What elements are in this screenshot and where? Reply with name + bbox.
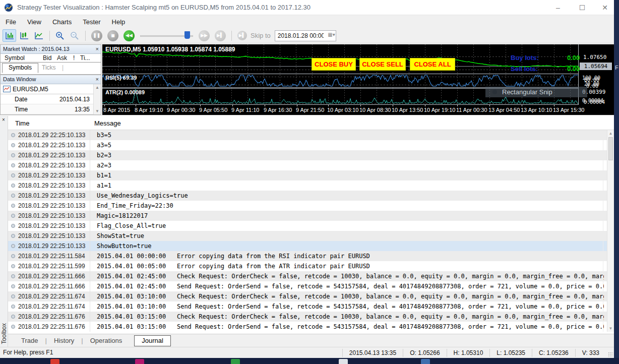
status-help-text: For Help, press F1 bbox=[3, 349, 53, 356]
calendar-dropdown-icon[interactable]: ▦▾ bbox=[328, 32, 335, 37]
chart-area[interactable]: EURUSD,M5 1.05910 1.05938 1.05874 1.0588… bbox=[102, 44, 614, 115]
taskbar-app-icon[interactable] bbox=[421, 359, 430, 364]
journal-row-time: 2018.01.29 22:25:10.133 bbox=[18, 202, 85, 209]
chart-bars-button[interactable] bbox=[3, 29, 16, 42]
scroll-down-icon[interactable]: ▼ bbox=[94, 109, 101, 113]
taskbar-app-icon[interactable] bbox=[339, 359, 348, 364]
data-window-close-icon[interactable]: × bbox=[96, 75, 99, 84]
chart-candles-button[interactable] bbox=[17, 29, 31, 42]
journal-entry-icon bbox=[11, 143, 15, 147]
menu-file[interactable]: File bbox=[0, 18, 22, 26]
zoom-out-icon bbox=[70, 31, 79, 40]
journal-row[interactable]: 2018.01.29 22:25:10.133ShowStat=true bbox=[8, 231, 614, 241]
market-watch-header: Market Watch : 2015.04.13 bbox=[1, 45, 101, 54]
journal-row[interactable]: 2018.01.29 22:25:10.133Flag_Close_All=tr… bbox=[8, 221, 614, 231]
toolbar-separator bbox=[231, 31, 232, 41]
pause-button[interactable]: ❚❚ bbox=[91, 30, 102, 41]
journal-row[interactable]: 2018.01.29 22:25:10.133a3=5 bbox=[8, 140, 614, 150]
time-axis-tick bbox=[265, 105, 265, 106]
close-sell-button[interactable]: CLOSE SELL bbox=[359, 58, 406, 71]
menu-help[interactable]: Help bbox=[106, 18, 131, 26]
journal-row[interactable]: 2018.01.29 22:25:10.133Use_Wednesday_Log… bbox=[8, 191, 614, 201]
forward-button[interactable]: ▶▶ bbox=[199, 30, 210, 41]
skip-to-input[interactable] bbox=[275, 30, 336, 41]
skip-to-button[interactable]: ▶▍ bbox=[237, 31, 247, 40]
speed-slider[interactable] bbox=[140, 30, 193, 41]
zoom-in-button[interactable] bbox=[53, 29, 67, 42]
journal-row[interactable]: 2018.01.29 22:25:11.5992015.04.01 00:05:… bbox=[8, 261, 614, 271]
data-window-scrollbar[interactable]: ▲ ▼ bbox=[93, 84, 101, 114]
journal-row[interactable]: 2018.01.29 22:25:10.133End_Time_Friday=2… bbox=[8, 201, 614, 211]
mw-col-[interactable]: ! bbox=[73, 54, 75, 62]
journal-row[interactable]: 2018.01.29 22:25:10.133Magic=18122017 bbox=[8, 211, 614, 221]
menu-tester[interactable]: Tester bbox=[77, 18, 106, 26]
time-axis-tick bbox=[554, 105, 554, 106]
minimize-button[interactable]: – bbox=[550, 0, 566, 15]
journal-row[interactable]: 2018.01.29 22:25:11.6662015.04.01 02:45:… bbox=[8, 281, 614, 291]
journal-row[interactable]: 2018.01.29 22:25:10.133a2=3 bbox=[8, 160, 614, 170]
zoom-out-button[interactable] bbox=[68, 29, 81, 42]
data-window-symbol-row[interactable]: EURUSD,M5 bbox=[1, 84, 101, 94]
journal-row[interactable]: 2018.01.29 22:25:11.5842015.04.01 00:00:… bbox=[8, 251, 614, 261]
time-axis-tick bbox=[393, 105, 393, 106]
menu-charts[interactable]: Charts bbox=[47, 18, 77, 26]
close-button[interactable]: ✕ bbox=[597, 0, 612, 15]
stop-button[interactable]: ◼ bbox=[107, 30, 118, 41]
journal-row[interactable]: 2018.01.29 22:25:10.133b1=1 bbox=[8, 170, 614, 180]
journal-row-message: 2015.04.01 00:00:00 Error copying data f… bbox=[97, 253, 604, 260]
journal-column-time[interactable]: Time bbox=[15, 119, 29, 127]
tab-trade[interactable]: Trade bbox=[14, 337, 45, 344]
journal-row[interactable]: 2018.01.29 22:25:11.6762015.04.01 03:15:… bbox=[8, 312, 614, 322]
journal-row-time: 2018.01.29 22:25:11.674 bbox=[18, 303, 85, 310]
journal-row[interactable]: 2018.01.29 22:25:10.133b2=3 bbox=[8, 150, 614, 160]
journal-row[interactable]: 2018.01.29 22:25:11.6762015.04.01 03:15:… bbox=[8, 322, 614, 332]
journal-row[interactable]: 2018.01.29 22:25:10.133a1=1 bbox=[8, 180, 614, 191]
taskbar-app-icon[interactable] bbox=[50, 359, 59, 364]
tab-history[interactable]: History bbox=[47, 337, 81, 344]
skip-to-label: Skip to bbox=[251, 32, 271, 39]
data-window-header: Data Window bbox=[1, 75, 101, 84]
toolbox-panel: × Toolbox Time Message 2018.01.29 22:25:… bbox=[0, 116, 614, 347]
journal-row-time: 2018.01.29 22:25:11.676 bbox=[18, 323, 85, 330]
mw-col-ti[interactable]: Ti... bbox=[80, 54, 90, 62]
scrollbar-thumb[interactable] bbox=[608, 137, 613, 160]
mw-col-symbol[interactable]: Symbol bbox=[5, 54, 25, 62]
journal-row-message: 2015.04.01 02:45:00 Check Request: Order… bbox=[97, 273, 604, 280]
atr-indicator-label: ATR(2) 0.00089 bbox=[105, 89, 145, 95]
scroll-up-icon[interactable]: ▲ bbox=[607, 131, 614, 136]
rewind-button[interactable]: ◀◀ bbox=[123, 30, 135, 41]
mw-col-bid[interactable]: Bid bbox=[43, 54, 51, 62]
scroll-down-icon[interactable]: ▼ bbox=[607, 326, 614, 331]
tab-operations[interactable]: Operations bbox=[83, 337, 130, 344]
journal-column-message[interactable]: Message bbox=[94, 119, 121, 127]
journal-row-message: 2015.04.01 00:05:00 Error copying data f… bbox=[97, 263, 604, 270]
journal-entry-icon bbox=[11, 234, 15, 238]
close-all-button[interactable]: CLOSE ALL bbox=[410, 58, 455, 71]
journal-row[interactable]: 2018.01.29 22:25:11.6742015.04.01 03:10:… bbox=[8, 301, 614, 312]
journal-row-time: 2018.01.29 22:25:11.599 bbox=[18, 263, 85, 270]
maximize-button[interactable]: ☐ bbox=[575, 0, 590, 15]
slider-handle[interactable] bbox=[184, 31, 190, 39]
toolbox-close-icon[interactable]: × bbox=[2, 117, 5, 123]
journal-scrollbar[interactable]: ▲ ▼ bbox=[607, 130, 614, 332]
time-axis-tick bbox=[328, 105, 329, 106]
journal-row[interactable]: 2018.01.29 22:25:10.133b3=5 bbox=[8, 130, 614, 140]
close-buy-button[interactable]: CLOSE BUY bbox=[312, 58, 356, 71]
tab-journal[interactable]: Journal bbox=[134, 335, 171, 346]
chart-line-button[interactable] bbox=[32, 29, 45, 42]
tab-symbols[interactable]: Symbols bbox=[2, 63, 38, 73]
taskbar-app-icon[interactable] bbox=[231, 359, 240, 364]
journal-row[interactable]: 2018.01.29 22:25:11.6742015.04.01 03:10:… bbox=[8, 291, 614, 301]
journal-row[interactable]: 2018.01.29 22:25:11.6662015.04.01 02:45:… bbox=[8, 271, 614, 281]
time-axis-label: 8 Apr 2015 bbox=[103, 107, 130, 113]
scroll-up-icon[interactable]: ▲ bbox=[94, 85, 101, 90]
time-axis-label: 10 Apr 03:10 bbox=[327, 107, 358, 113]
resize-grip[interactable] bbox=[608, 352, 613, 357]
market-watch-close-icon[interactable]: × bbox=[96, 45, 99, 53]
menu-view[interactable]: View bbox=[22, 18, 47, 26]
tab-ticks[interactable]: Ticks bbox=[42, 64, 56, 71]
mw-col-ask[interactable]: Ask bbox=[57, 54, 67, 62]
journal-row[interactable]: 2018.01.29 22:25:10.133ShowButton=true bbox=[8, 241, 614, 251]
skip-end-button[interactable]: ▶▍ bbox=[215, 30, 226, 41]
taskbar-app-icon[interactable] bbox=[135, 359, 144, 364]
